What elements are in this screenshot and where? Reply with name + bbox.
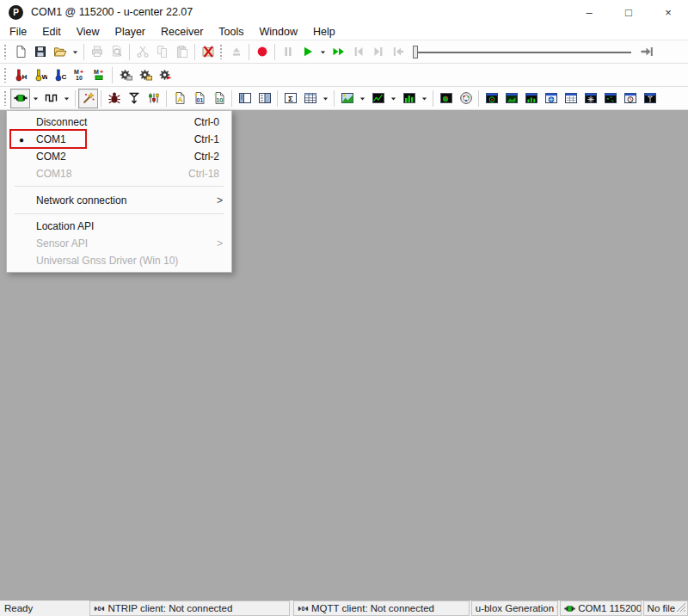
svg-text:H: H [22,73,27,81]
save-file-button[interactable] [30,42,50,62]
hot-start-button[interactable]: H [10,65,30,85]
packet-console-button[interactable]: 01 [189,89,209,108]
menu-edit[interactable]: Edit [34,24,69,40]
dropdown-arrow-icon [321,93,330,104]
packet-console-icon: 01 [193,91,206,105]
cold-start-button[interactable]: C [50,65,70,85]
table-window-button[interactable] [561,89,580,108]
slider-track[interactable] [416,52,631,53]
firmware-update-button[interactable] [124,89,144,108]
message-rate-10-button[interactable]: M+10 [70,65,89,85]
chart-view-dropdown[interactable] [388,89,399,108]
table-view-button[interactable] [300,89,320,108]
menu-item-location-api[interactable]: Location API [7,218,231,235]
menu-tools[interactable]: Tools [211,24,251,40]
remote-connection-icon: 0 [94,603,105,614]
menu-item-label: Sensor API [36,237,217,249]
square-wave-icon [45,91,58,105]
table-window-icon [564,91,578,105]
minimize-button[interactable]: – [569,0,609,24]
clock-window-button[interactable] [620,89,640,108]
skip-to-end-button[interactable] [636,42,656,62]
satellite-window-button[interactable] [482,89,501,108]
menu-player[interactable]: Player [108,24,153,40]
maximize-button[interactable]: □ [609,0,648,24]
resize-grip-icon[interactable] [676,602,686,614]
map-window-button[interactable] [501,89,521,108]
toolbar-gripper[interactable] [3,90,7,106]
baudrate-button[interactable] [41,89,61,108]
compass-window-button[interactable] [580,89,600,108]
svg-text:A: A [177,95,183,104]
toolbar-gripper[interactable] [219,44,223,59]
chart-view-button[interactable] [368,89,388,108]
dropdown-arrow-icon [62,93,71,104]
skip-start-icon [391,45,405,59]
menu-item-label: Disconnect [36,116,194,128]
menu-window[interactable]: Window [252,24,305,40]
fast-forward-icon [332,45,346,59]
menu-item-disconnect[interactable]: DisconnectCtrl-0 [7,114,231,131]
antenna-window-button[interactable] [640,89,660,108]
u-center-window: P COM1 @ 115200 - u-center 22.07 –□× Fil… [0,0,688,616]
menu-file[interactable]: File [2,24,34,40]
config-print-button[interactable] [115,65,135,85]
config-file-button[interactable] [135,65,155,85]
record-button[interactable] [252,42,272,62]
globe-window-button[interactable] [541,89,561,108]
sky-view-button[interactable] [456,89,476,108]
deviation-map-button[interactable] [436,89,456,108]
dock-right-view-button[interactable] [255,89,274,108]
binary-console-button[interactable]: 10 [209,89,229,108]
copy-button [152,42,172,62]
map-view-dropdown[interactable] [357,89,368,108]
text-console-icon: A [173,91,187,105]
dock-left-view-button[interactable] [235,89,255,108]
scatter-window-button[interactable] [600,89,620,108]
toolbar-gripper[interactable] [3,44,7,59]
menu-item-com2[interactable]: COM2Ctrl-2 [7,148,231,165]
slider-handle[interactable] [413,46,418,59]
baudrate-dropdown[interactable] [61,89,72,108]
play-speed-dropdown[interactable] [317,42,329,62]
text-console-button[interactable]: A [169,89,189,108]
close-button[interactable]: × [648,0,688,24]
toolbar-separator [478,90,479,107]
toolbar-gripper[interactable] [3,67,7,83]
fast-forward-button[interactable] [329,42,348,62]
svg-text:M: M [74,69,79,75]
toolbar-separator [277,90,278,107]
warm-start-button[interactable]: W [30,65,50,85]
autobaud-button[interactable] [78,89,98,108]
menu-item-com18: COM18Ctrl-18 [7,165,231,182]
connection-button[interactable] [10,89,30,108]
status-logfile: No file [643,601,688,616]
window-title: COM1 @ 115200 - u-center 22.07 [31,6,569,18]
histogram-view-button[interactable] [399,89,419,108]
histogram-view-dropdown[interactable] [419,89,430,108]
new-file-button[interactable] [10,42,30,62]
close-logfile-button[interactable] [198,42,218,62]
signal-window-button[interactable] [521,89,541,108]
toolbar-receiver-actions: HWCM+10M+ [0,64,688,87]
menu-view[interactable]: View [69,24,108,40]
message-rate-plus-button[interactable]: M+ [89,65,109,85]
play-button[interactable] [298,42,317,62]
table-view-dropdown[interactable] [320,89,331,108]
menu-receiver[interactable]: Receiver [153,24,211,40]
open-file-dropdown[interactable] [70,42,81,62]
open-file-button[interactable] [50,42,70,62]
config-send-button[interactable] [155,65,175,85]
svg-text:C: C [61,73,66,81]
status-com-port: COM1 115200 [560,601,641,616]
debug-messages-button[interactable] [104,89,124,108]
receiver-configuration-button[interactable] [144,89,163,108]
statistics-view-button[interactable]: Σ [280,89,300,108]
menu-item-network-connection[interactable]: Network connection> [7,190,231,210]
playback-position-slider[interactable] [411,43,633,61]
connection-dropdown[interactable] [30,89,41,108]
menu-help[interactable]: Help [305,24,343,40]
menu-item-com1[interactable]: ●COM1Ctrl-1 [7,131,231,148]
signal-window-icon [525,91,538,105]
map-view-button[interactable] [337,89,357,108]
